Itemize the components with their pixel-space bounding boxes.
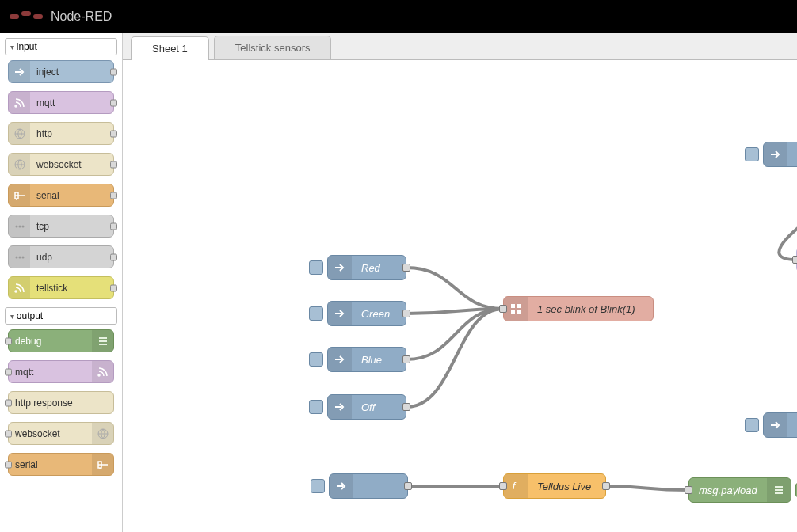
svg-rect-10	[517, 304, 521, 308]
palette-node-mqtt[interactable]: mqtt	[8, 91, 114, 114]
palette-node-mqtt[interactable]: mqtt	[8, 360, 114, 383]
palette-port	[110, 253, 117, 260]
globe-icon	[92, 423, 113, 444]
node-label: msg.payload	[689, 484, 767, 496]
palette-label: mqtt	[9, 367, 92, 378]
palette-node-serial[interactable]: serial	[8, 453, 114, 476]
input-port[interactable]	[499, 305, 507, 313]
svg-point-3	[18, 225, 21, 227]
node-inject-blank[interactable]	[329, 473, 408, 499]
node-label: Green	[352, 308, 406, 320]
palette-node-tellstick[interactable]: tellstick	[8, 276, 114, 299]
palette-port	[110, 68, 117, 75]
output-port[interactable]	[602, 482, 610, 490]
node-label: Start IP check	[787, 149, 797, 161]
flow-canvas[interactable]: Red Green Blue Off	[123, 60, 797, 532]
svg-rect-11	[511, 310, 515, 314]
palette-node-serial[interactable]: serial	[8, 184, 114, 207]
node-inject-startip[interactable]: Start IP check	[763, 142, 797, 167]
inject-button[interactable]	[745, 147, 759, 162]
palette-port	[110, 161, 117, 168]
node-label: Change IP address	[787, 420, 797, 431]
output-port[interactable]	[404, 482, 412, 490]
bars-icon	[767, 478, 791, 502]
node-inject-off[interactable]: Off	[327, 394, 406, 420]
node-inject-blue[interactable]: Blue	[327, 347, 406, 372]
palette-node-inject[interactable]: inject	[8, 60, 114, 83]
grid-icon	[504, 297, 528, 321]
serial-icon	[9, 184, 30, 206]
node-label: 1 sec blink of Blink(1)	[528, 303, 653, 315]
svg-rect-12	[517, 310, 521, 314]
palette-category-output[interactable]: output	[5, 307, 117, 325]
palette-label: debug	[9, 336, 92, 347]
palette-label: serial	[30, 190, 113, 201]
node-inject-green[interactable]: Green	[327, 301, 406, 326]
svg-rect-9	[511, 304, 515, 308]
header-bar: Node-RED	[0, 0, 797, 33]
palette-label: websocket	[30, 159, 113, 170]
node-function-telldus[interactable]: f Telldus Live	[503, 473, 606, 499]
inject-button[interactable]	[309, 306, 323, 321]
arrow-icon	[764, 413, 787, 437]
palette-label: mqtt	[30, 97, 113, 108]
palette-node-http[interactable]: http	[8, 122, 114, 145]
palette-label: websocket	[9, 428, 92, 439]
node-label: Telldus Live	[528, 481, 605, 492]
tab-sheet-1[interactable]: Sheet 1	[131, 36, 209, 60]
palette-node-udp[interactable]: udp	[8, 245, 114, 268]
palette-label: http response	[9, 397, 113, 408]
palette-label: tcp	[30, 221, 113, 232]
inject-button[interactable]	[311, 479, 325, 493]
arrow-icon	[9, 61, 30, 82]
inject-button[interactable]	[309, 352, 323, 367]
output-port[interactable]	[402, 355, 410, 363]
palette-node-tcp[interactable]: tcp	[8, 215, 114, 238]
palette-port	[5, 461, 12, 468]
palette-sidebar: inputinjectmqtthttpwebsocketserialtcpudp…	[0, 33, 123, 532]
svg-point-6	[18, 256, 21, 258]
svg-point-7	[21, 256, 24, 258]
inject-button[interactable]	[309, 400, 323, 414]
input-port[interactable]	[685, 486, 692, 494]
input-port[interactable]	[792, 256, 797, 264]
arrow-icon	[330, 474, 353, 498]
arrow-icon	[764, 142, 787, 166]
palette-port	[110, 284, 117, 291]
node-label: Off	[352, 401, 406, 413]
output-port[interactable]	[402, 403, 410, 411]
node-debug[interactable]: msg.payload	[688, 477, 791, 503]
svg-text:f: f	[513, 481, 517, 492]
palette-node-websocket[interactable]: websocket	[8, 422, 114, 445]
dots-icon	[9, 215, 30, 237]
palette-port	[110, 192, 117, 199]
output-port[interactable]	[402, 310, 410, 317]
node-blink[interactable]: 1 sec blink of Blink(1)	[503, 296, 654, 321]
arrow-icon	[328, 256, 352, 279]
node-inject-red[interactable]: Red	[327, 255, 406, 280]
palette-port	[5, 399, 12, 406]
palette-port	[5, 368, 12, 375]
function-icon: f	[504, 474, 528, 498]
tab-tellstick-sensors[interactable]: Tellstick sensors	[214, 36, 332, 59]
wires-layer	[123, 60, 797, 532]
rss-icon	[9, 92, 30, 113]
svg-point-4	[21, 225, 24, 227]
arrow-icon	[328, 302, 352, 325]
palette-node-websocket[interactable]: websocket	[8, 153, 114, 176]
inject-button[interactable]	[745, 418, 759, 432]
output-port[interactable]	[402, 264, 410, 272]
input-port[interactable]	[499, 482, 507, 490]
node-label: Red	[352, 262, 406, 274]
palette-node-debug[interactable]: debug	[8, 329, 114, 352]
palette-node-http-response[interactable]: http response	[8, 391, 114, 414]
svg-point-2	[15, 225, 17, 227]
rss-icon	[9, 277, 30, 298]
app-title: Node-RED	[51, 10, 112, 24]
inject-button[interactable]	[309, 260, 323, 275]
palette-label: serial	[9, 459, 92, 470]
arrow-icon	[328, 348, 352, 371]
globe-icon	[9, 123, 30, 144]
palette-category-input[interactable]: input	[5, 38, 117, 55]
node-inject-changeip[interactable]: Change IP address	[763, 412, 797, 438]
